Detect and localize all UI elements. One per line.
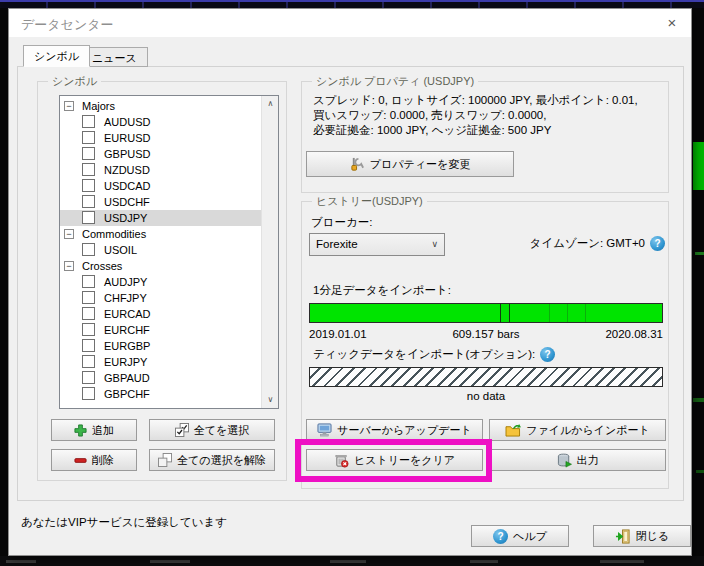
range-end-date: 2020.08.31 — [605, 328, 663, 340]
tree-item-row[interactable]: USDJPY — [60, 210, 262, 226]
trash-icon — [334, 453, 349, 468]
vip-status-text: あなたはVIPサービスに登録しています — [21, 515, 227, 530]
change-properties-button[interactable]: プロパティーを変更 — [306, 151, 514, 177]
select-all-button[interactable]: 全てを選択 — [149, 419, 275, 441]
scrollbar[interactable]: ∧ ∨ — [261, 96, 278, 408]
tree-item-row[interactable]: EURCHF — [60, 322, 262, 338]
background-statusbar — [0, 556, 704, 566]
collapse-icon[interactable]: − — [64, 261, 74, 271]
select-all-icon — [175, 423, 189, 437]
symbol-label: Crosses — [82, 258, 122, 274]
add-button[interactable]: 追加 — [51, 419, 137, 441]
tree-item-row[interactable]: USDCHF — [60, 194, 262, 210]
tree-item-row[interactable]: GBPAUD — [60, 370, 262, 386]
collapse-icon[interactable]: − — [64, 229, 74, 239]
tree-item-row[interactable]: EURGBP — [60, 338, 262, 354]
broker-label: ブローカー: — [311, 215, 373, 230]
monitor-icon — [317, 423, 332, 437]
symbol-label: EURJPY — [104, 354, 147, 370]
tree-group-row[interactable]: −Majors — [60, 98, 262, 114]
timezone-help-icon[interactable]: ? — [650, 236, 665, 251]
tab-news[interactable]: ニュース — [81, 47, 148, 67]
tree-item-row[interactable]: USDCAD — [60, 178, 262, 194]
tree-group-row[interactable]: −Crosses — [60, 258, 262, 274]
tab-symbols[interactable]: シンボル — [23, 45, 90, 67]
data-gap-marker — [567, 304, 568, 322]
tick-data-help-icon[interactable]: ? — [540, 347, 555, 362]
symbol-label: USDCAD — [104, 178, 150, 194]
import-from-file-button[interactable]: ファイルからインポート — [489, 419, 666, 441]
minus-icon — [74, 454, 87, 467]
symbol-checkbox[interactable] — [82, 275, 95, 288]
symbol-checkbox[interactable] — [82, 163, 95, 176]
tree-item-row[interactable]: CHFJPY — [60, 290, 262, 306]
symbol-list[interactable]: −MajorsAUDUSDEURUSDGBPUSDNZDUSDUSDCADUSD… — [59, 95, 279, 409]
help-icon: ? — [493, 529, 508, 544]
tree-group-row[interactable]: −Commodities — [60, 226, 262, 242]
scroll-up-icon[interactable]: ∧ — [262, 96, 279, 112]
symbol-label: USDCHF — [104, 194, 150, 210]
timezone-row: タイムゾーン: GMT+0 ? — [479, 236, 665, 251]
window-title: データセンター — [21, 16, 114, 34]
background-chart-fragment — [695, 252, 704, 255]
symbol-label: Majors — [82, 98, 115, 114]
symbol-label: GBPAUD — [104, 370, 150, 386]
background-candle — [693, 142, 704, 190]
tree-item-row[interactable]: EURUSD — [60, 130, 262, 146]
scroll-down-icon[interactable]: ∨ — [262, 392, 279, 408]
tree-item-row[interactable]: NZDUSD — [60, 162, 262, 178]
symbol-checkbox[interactable] — [82, 291, 95, 304]
tree-item-row[interactable]: EURJPY — [60, 354, 262, 370]
symbol-label: EURCAD — [104, 306, 150, 322]
symbol-checkbox[interactable] — [82, 131, 95, 144]
chevron-down-icon: ∨ — [431, 234, 438, 255]
symbol-checkbox[interactable] — [82, 211, 95, 224]
symbol-checkbox[interactable] — [82, 307, 95, 320]
symbol-label: GBPCHF — [104, 386, 150, 402]
background-chart-fragment — [696, 470, 704, 473]
close-button[interactable]: 閉じる — [593, 525, 691, 547]
symbol-checkbox[interactable] — [82, 243, 95, 256]
properties-group-title: シンボル プロパティ (USDJPY) — [312, 74, 478, 89]
symbol-checkbox[interactable] — [82, 115, 95, 128]
data-gap-marker — [549, 304, 550, 322]
history-group-title: ヒストリー(USDJPY) — [312, 194, 427, 209]
clear-history-button[interactable]: ヒストリーをクリア — [306, 449, 483, 471]
symbol-checkbox[interactable] — [82, 371, 95, 384]
symbol-checkbox[interactable] — [82, 147, 95, 160]
tree-item-row[interactable]: EURCAD — [60, 306, 262, 322]
titlebar[interactable]: データセンター × — [9, 9, 691, 37]
tree-item-row[interactable]: GBPUSD — [60, 146, 262, 162]
tree-item-row[interactable]: USOIL — [60, 242, 262, 258]
data-gap-marker — [509, 304, 510, 322]
tree-item-row[interactable]: AUDJPY — [60, 274, 262, 290]
symbol-checkbox[interactable] — [82, 179, 95, 192]
tree-item-row[interactable]: GBPCHF — [60, 386, 262, 402]
close-icon[interactable]: × — [661, 12, 683, 34]
symbol-label: EURCHF — [104, 322, 150, 338]
tree-item-row[interactable]: AUDUSD — [60, 114, 262, 130]
broker-selected-value: Forexite — [316, 238, 358, 250]
export-button[interactable]: 出力 — [489, 449, 666, 471]
collapse-icon[interactable]: − — [64, 101, 74, 111]
symbol-checkbox[interactable] — [82, 195, 95, 208]
symbol-label: Commodities — [82, 226, 146, 242]
symbol-checkbox[interactable] — [82, 339, 95, 352]
background-chart-fragment — [693, 398, 704, 402]
symbol-checkbox[interactable] — [82, 323, 95, 336]
minute-data-progressbar — [309, 303, 663, 323]
export-database-icon — [557, 453, 572, 468]
symbol-checkbox[interactable] — [82, 355, 95, 368]
symbol-checkbox[interactable] — [82, 387, 95, 400]
deselect-all-button[interactable]: 全ての選択を解除 — [149, 449, 275, 471]
broker-select[interactable]: Forexite ∨ — [309, 233, 445, 256]
background-chart-topbar — [0, 0, 704, 8]
symbol-label: CHFJPY — [104, 290, 147, 306]
update-from-server-button[interactable]: サーバーからアップデート — [306, 419, 483, 441]
delete-button[interactable]: 削除 — [51, 449, 137, 471]
tick-data-status: no data — [309, 390, 663, 402]
help-button[interactable]: ? ヘルプ — [471, 525, 569, 547]
symbol-label: NZDUSD — [104, 162, 150, 178]
symbol-label: USDJPY — [104, 210, 147, 226]
symbol-label: AUDUSD — [104, 114, 150, 130]
